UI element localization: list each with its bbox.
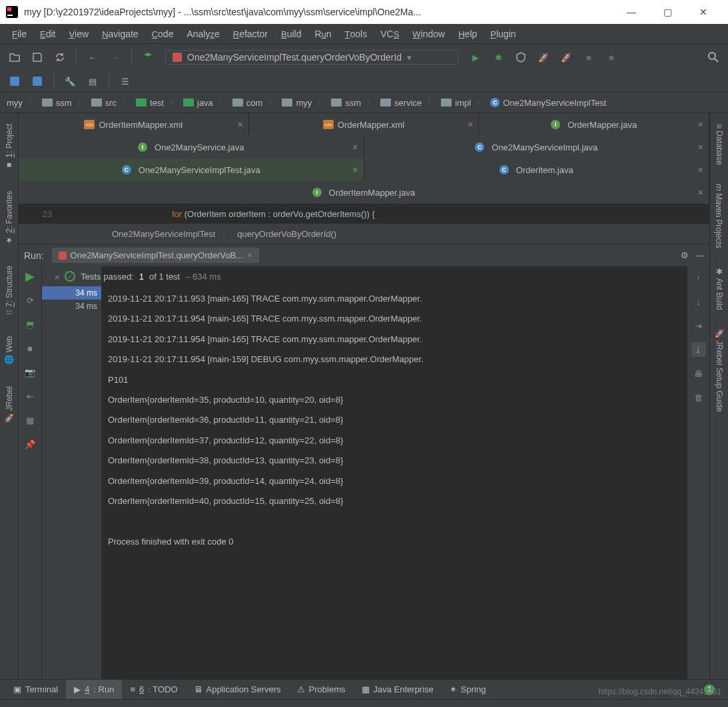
tool-todo[interactable]: ≡ 6: TODO (122, 680, 185, 699)
editor-tab[interactable]: IOrderItemMapper.java× (19, 181, 709, 204)
tool-database[interactable]: ≡ Database (715, 120, 724, 169)
editor-tab[interactable]: </>OrderMapper.xml× (249, 113, 480, 136)
tool-favorites[interactable]: ★ 2: Favorites (4, 187, 14, 249)
menu-build[interactable]: Build (276, 26, 306, 42)
menu-file[interactable]: File (7, 26, 32, 42)
wrap-icon[interactable]: ⇥ (691, 318, 706, 333)
breadcrumb-item[interactable]: myy (3, 98, 27, 108)
minimize-button[interactable]: — (621, 2, 641, 22)
tool-appservers[interactable]: 🖥 Application Servers (186, 680, 289, 699)
save-icon[interactable] (28, 48, 47, 67)
breadcrumb-item[interactable]: src (87, 98, 121, 108)
minimize-panel-icon[interactable]: — (695, 250, 704, 260)
menu-code[interactable]: Code (147, 26, 179, 42)
editor-tab[interactable]: IOne2ManyService.java× (19, 136, 364, 158)
list-icon[interactable]: ☰ (116, 72, 135, 91)
tool-java-ee[interactable]: ▦ Java Enterprise (354, 680, 442, 699)
open-icon[interactable] (5, 48, 24, 67)
tool-jrebel-setup[interactable]: 🚀 JRebel Setup Guide (715, 324, 724, 416)
trash-icon[interactable]: 🗑 (691, 390, 706, 405)
stop-icon[interactable]: ■ (23, 341, 37, 355)
tab-close-icon[interactable]: × (237, 119, 242, 130)
tool-ant[interactable]: ✱ Ant Build (715, 263, 724, 314)
tab-close-icon[interactable]: × (698, 164, 703, 175)
layout-icon[interactable]: ▦ (23, 413, 37, 427)
scroll-end-icon[interactable]: ⤓ (691, 342, 706, 357)
tab-close-icon[interactable]: × (698, 119, 703, 130)
editor-tab[interactable]: COrderItem.java× (364, 158, 710, 181)
run-config-selector[interactable]: One2ManyServiceImplTest.queryOrderVoByOr… (165, 50, 458, 65)
editor-crumb[interactable]: queryOrderVoByOrderId() (237, 229, 336, 239)
menu-edit[interactable]: Edit (35, 26, 61, 42)
build-icon[interactable] (139, 48, 157, 67)
maximize-button[interactable]: ▢ (657, 2, 677, 22)
search-icon[interactable] (704, 48, 723, 67)
toggle-auto-icon[interactable]: ⟳ (23, 293, 37, 308)
breadcrumb-item[interactable]: com (228, 98, 267, 108)
filter-icon[interactable]: ▤ (83, 72, 102, 91)
tab-close-icon[interactable]: × (247, 250, 252, 260)
menu-view[interactable]: View (63, 26, 94, 42)
breadcrumb-item[interactable]: java (179, 98, 217, 108)
wrench-icon[interactable]: 🔧 (61, 72, 79, 91)
breadcrumb-item[interactable]: impl (437, 98, 475, 108)
editor-tab[interactable]: IOrderMapper.java× (479, 113, 709, 136)
editor-crumb[interactable]: One2ManyServiceImplTest (112, 229, 215, 239)
editor-tab[interactable]: COne2ManyServiceImpl.java× (364, 136, 710, 158)
jrebel-debug-icon[interactable]: 🚀 (557, 48, 575, 67)
menu-vcs[interactable]: VCS (375, 26, 404, 42)
new-class-icon[interactable] (5, 72, 24, 91)
tool-run[interactable]: ▶ 4: Run (66, 680, 122, 699)
tool-project[interactable]: ■ 1: Project (4, 120, 14, 174)
menu-run[interactable]: Run (309, 26, 336, 42)
run-button[interactable]: ▶ (466, 48, 485, 67)
breadcrumb-item[interactable]: ssm (327, 98, 365, 108)
breadcrumb-item[interactable]: myy (278, 98, 316, 108)
tool-problems[interactable]: ⚠ Problems (289, 680, 354, 699)
close-button[interactable]: ✕ (693, 2, 713, 22)
coverage-button[interactable] (512, 48, 530, 67)
menu-analyze[interactable]: Analyze (181, 26, 224, 42)
exit-icon[interactable]: ⇤ (23, 389, 37, 403)
tab-close-icon[interactable]: × (698, 142, 703, 152)
tab-close-icon[interactable]: × (352, 164, 358, 175)
tab-close-icon[interactable]: × (698, 187, 703, 198)
sync-icon[interactable] (51, 48, 69, 67)
tool-jrebel[interactable]: 🚀 JRebel (5, 382, 14, 427)
breadcrumb-item[interactable]: COne2ManyServiceImplTest (486, 98, 610, 108)
editor-tab-active[interactable]: COne2ManyServiceImplTest.java× (19, 158, 364, 181)
tool-terminal[interactable]: ▣ Terminal (5, 680, 66, 699)
console-output[interactable]: 2019-11-21 20:17:11.953 [main-165] TRACE… (101, 266, 687, 679)
pin-icon[interactable]: 📌 (23, 437, 37, 451)
editor[interactable]: 23 for (OrderItem orderItem : orderVo.ge… (19, 204, 709, 224)
dump-icon[interactable]: 📷 (23, 365, 37, 379)
breadcrumb-item[interactable]: service (376, 98, 426, 108)
debug-button[interactable]: ✱ (489, 48, 508, 67)
editor-tab[interactable]: </>OrderItemMapper.xml× (19, 113, 249, 136)
run-tab[interactable]: One2ManyServiceImplTest.queryOrderVoB...… (52, 248, 259, 263)
tab-close-icon[interactable]: × (352, 142, 358, 152)
jrebel-run-icon[interactable]: 🚀 (534, 48, 553, 67)
down-icon[interactable]: ↓ (691, 294, 706, 309)
rerun-button[interactable]: ▶ (25, 269, 35, 284)
stop2-button[interactable]: ■ (602, 48, 621, 67)
menu-tools[interactable]: Tools (340, 26, 373, 42)
tool-spring[interactable]: ✶ Spring (442, 680, 494, 699)
menu-window[interactable]: Window (407, 26, 450, 42)
stop-button[interactable]: ■ (579, 48, 598, 67)
forward-icon[interactable]: → (106, 48, 125, 67)
tool-maven[interactable]: m Maven Projects (714, 180, 724, 252)
menu-help[interactable]: Help (453, 26, 482, 42)
menu-plugin[interactable]: Plugin (485, 26, 521, 42)
tool-web[interactable]: 🌐 Web (5, 332, 14, 369)
toggle-tree-icon[interactable]: ⬒ (23, 317, 37, 332)
gear-icon[interactable]: ⚙ (681, 250, 689, 260)
print-icon[interactable]: 🖶 (691, 366, 706, 381)
new-class2-icon[interactable] (28, 72, 47, 91)
up-icon[interactable]: ↑ (691, 270, 706, 285)
test-time[interactable]: 34 ms (42, 286, 101, 300)
back-icon[interactable]: ← (83, 48, 102, 67)
menu-navigate[interactable]: Navigate (97, 26, 144, 42)
test-time[interactable]: 34 ms (42, 300, 101, 313)
tool-structure[interactable]: ⁝⁝ 7: Structure (4, 262, 14, 319)
